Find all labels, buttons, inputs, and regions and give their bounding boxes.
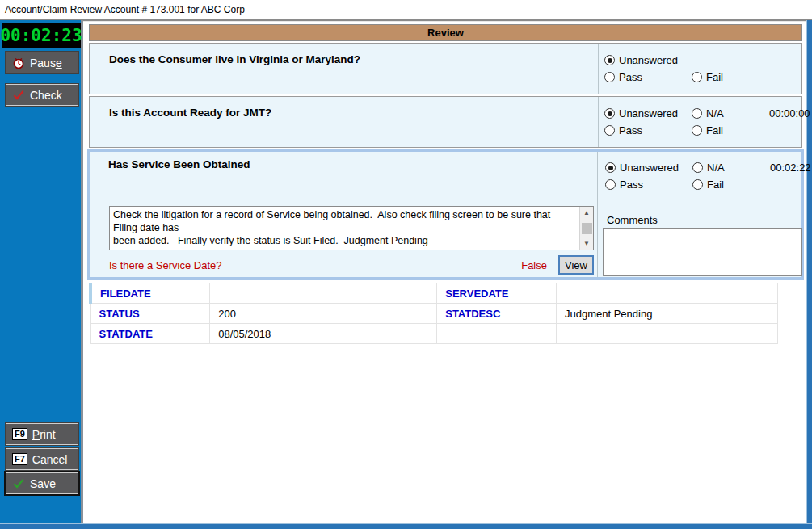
radio-icon xyxy=(605,162,616,173)
check-button-label: Check xyxy=(30,89,62,102)
radio-label: Pass xyxy=(619,124,642,136)
vertical-scrollbar[interactable]: ▲ ▼ xyxy=(579,207,593,250)
radio-icon xyxy=(692,108,702,119)
field-value[interactable]: Judgment Pending xyxy=(556,304,777,324)
clock-icon xyxy=(12,57,25,69)
pause-button[interactable]: Pause xyxy=(6,52,78,73)
radio-label: Unanswered xyxy=(620,162,679,174)
red-checkmark-icon xyxy=(12,89,25,102)
check-button[interactable]: Check xyxy=(6,84,78,106)
radio-icon xyxy=(604,125,615,136)
review-panel-header: Review xyxy=(89,24,802,41)
radio-label: Pass xyxy=(620,178,643,191)
table-row: STATDATE 08/05/2018 xyxy=(90,324,778,344)
field-label[interactable]: FILEDATE xyxy=(90,283,210,304)
divider xyxy=(597,152,598,277)
instructions-text: Check the litigation for a record of Ser… xyxy=(110,207,579,250)
divider xyxy=(598,97,599,147)
radio-icon xyxy=(692,162,703,173)
field-value[interactable]: 200 xyxy=(210,304,437,324)
pause-button-label: Pause xyxy=(30,57,62,69)
scrollbar-thumb[interactable] xyxy=(582,223,592,234)
question-block-virginia-maryland: Does the Consumer live in Virginia or Ma… xyxy=(89,43,802,94)
window-border-top xyxy=(0,19,812,22)
radio-fail[interactable]: Fail xyxy=(692,71,769,83)
comments-label: Comments xyxy=(607,214,658,226)
radio-na[interactable]: N/A xyxy=(692,107,769,120)
radio-label: Pass xyxy=(619,71,642,83)
cancel-button[interactable]: F7 Cancel xyxy=(6,448,78,470)
question-text: Is this Account Ready for JMT? xyxy=(109,107,271,119)
radio-pass[interactable]: Pass xyxy=(605,178,692,191)
radio-label: Fail xyxy=(706,71,723,83)
answer-options: Unanswered N/A 00:00:00 Pass Fail xyxy=(604,105,798,139)
sub-question-row: Is there a Service Date? False View xyxy=(109,255,594,275)
field-value[interactable] xyxy=(556,283,777,304)
table-row: FILEDATE SERVEDATE xyxy=(90,283,778,304)
radio-label: Fail xyxy=(707,178,724,191)
field-value[interactable] xyxy=(556,324,777,344)
field-label[interactable]: STATDESC xyxy=(437,304,557,324)
sub-question-text: Is there a Service Date? xyxy=(109,259,221,271)
print-button-label: Print xyxy=(32,428,56,441)
radio-label: Unanswered xyxy=(619,107,678,120)
account-data-table: FILEDATE SERVEDATE STATUS 200 STATDESC J… xyxy=(89,283,778,344)
field-value[interactable] xyxy=(210,283,437,304)
print-button[interactable]: F9 Print xyxy=(6,423,78,445)
radio-fail[interactable]: Fail xyxy=(692,124,769,136)
field-label[interactable]: SERVEDATE xyxy=(437,283,557,304)
field-label[interactable]: STATUS xyxy=(90,304,210,324)
scroll-up-icon[interactable]: ▲ xyxy=(580,207,594,219)
question-block-service-obtained: Has Service Been Obtained Unanswered N/A… xyxy=(87,149,804,280)
view-button[interactable]: View xyxy=(558,255,594,275)
question-timer: 00:02:22 xyxy=(770,162,812,174)
radio-label: N/A xyxy=(707,162,725,174)
radio-label: Unanswered xyxy=(619,54,678,66)
save-button[interactable]: Save xyxy=(6,472,78,494)
window-titlebar: Account/Claim Review Account # 173.001 f… xyxy=(0,0,812,19)
field-label[interactable]: STATDATE xyxy=(90,324,210,344)
comments-input[interactable] xyxy=(603,228,802,276)
f7-key-icon: F7 xyxy=(12,453,27,465)
divider xyxy=(598,44,599,94)
radio-label: N/A xyxy=(706,107,724,120)
window-border-bottom xyxy=(0,523,812,529)
radio-icon xyxy=(604,108,615,119)
radio-unanswered[interactable]: Unanswered xyxy=(604,107,692,120)
table-row: STATUS 200 STATDESC Judgment Pending xyxy=(90,304,778,324)
review-panel: Review Does the Consumer live in Virgini… xyxy=(86,23,806,523)
window-border-right xyxy=(806,20,812,524)
question-text: Does the Consumer live in Virginia or Ma… xyxy=(109,53,360,65)
radio-unanswered[interactable]: Unanswered xyxy=(604,54,692,66)
question-timer: 00:00:00 xyxy=(769,107,812,120)
sidebar: 00:02:23 Pause Check F9 Print F7 Cancel … xyxy=(0,20,83,523)
question-block-jmt-ready: Is this Account Ready for JMT? Unanswere… xyxy=(89,96,802,148)
radio-icon xyxy=(604,72,615,82)
scroll-down-icon[interactable]: ▼ xyxy=(580,237,594,250)
field-value[interactable]: 08/05/2018 xyxy=(210,324,437,344)
question-text: Has Service Been Obtained xyxy=(108,158,250,170)
save-button-label: Save xyxy=(30,477,56,490)
radio-icon xyxy=(605,179,616,190)
instructions-textbox[interactable]: Check the litigation for a record of Ser… xyxy=(109,206,594,250)
window-title: Account/Claim Review Account # 173.001 f… xyxy=(5,4,245,15)
radio-icon xyxy=(604,55,615,65)
answer-options: Unanswered Pass Fail xyxy=(604,52,798,86)
answer-options: Unanswered N/A 00:02:22 Pass Fail xyxy=(605,159,797,193)
field-label[interactable] xyxy=(437,324,557,344)
f9-key-icon: F9 xyxy=(12,428,27,440)
radio-unanswered[interactable]: Unanswered xyxy=(605,162,692,174)
radio-fail[interactable]: Fail xyxy=(692,178,770,191)
radio-icon xyxy=(692,179,703,190)
green-checkmark-icon xyxy=(12,477,25,490)
sub-question-answer: False xyxy=(521,259,547,271)
session-timer: 00:02:23 xyxy=(2,23,81,48)
radio-pass[interactable]: Pass xyxy=(604,124,692,136)
radio-label: Fail xyxy=(706,124,723,136)
cancel-button-label: Cancel xyxy=(32,453,68,466)
radio-na[interactable]: N/A xyxy=(692,162,770,174)
radio-icon xyxy=(692,72,702,82)
radio-pass[interactable]: Pass xyxy=(604,71,692,83)
radio-icon xyxy=(692,125,702,136)
